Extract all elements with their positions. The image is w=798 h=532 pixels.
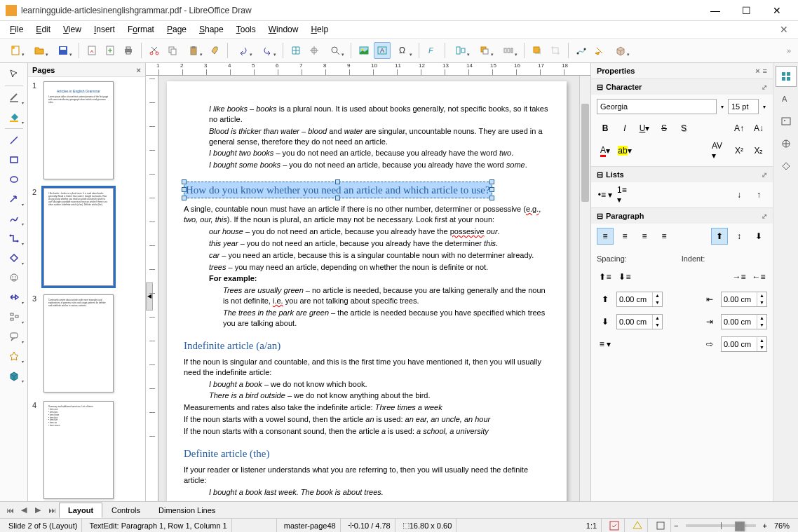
valign-top-button[interactable]: ⬆ (711, 228, 728, 245)
pages-list[interactable]: 1Articles in English GrammarLorem ipsum … (28, 77, 145, 501)
doc-text[interactable]: I bought a book last week. The book is a… (209, 488, 384, 496)
tab-dimension[interactable]: Dimension Lines (149, 503, 224, 518)
tab-prev-button[interactable]: ◀ (17, 503, 31, 517)
menu-edit[interactable]: Edit (30, 22, 56, 36)
doc-text[interactable]: some (506, 161, 525, 169)
redo-button[interactable] (256, 42, 278, 59)
doc-text[interactable]: Blood is thicker than water – blood (209, 127, 327, 135)
status-scale[interactable]: 1:1 (582, 519, 602, 532)
textbox-button[interactable]: A (374, 42, 391, 59)
line-tool[interactable] (4, 132, 25, 149)
line-spacing-button[interactable]: ≡ ▾ (597, 336, 614, 353)
doc-text[interactable]: two (499, 149, 511, 157)
page-thumb-3[interactable]: Continued content about articles with mo… (43, 294, 114, 393)
doc-text[interactable]: (You have just mentioned the book, so yo… (184, 499, 550, 501)
zoom-button[interactable] (324, 42, 346, 59)
scrollbar-thumb[interactable] (581, 104, 589, 202)
char-spacing-button[interactable]: AV ▾ (711, 142, 728, 159)
doc-text[interactable]: . (525, 161, 527, 169)
ellipse-tool[interactable] (4, 171, 25, 188)
subscript-button[interactable]: X₂ (750, 142, 767, 159)
doc-text[interactable]: two, our, this (184, 215, 227, 224)
menu-shape[interactable]: Shape (194, 22, 229, 36)
styles-tab[interactable]: A (776, 88, 797, 109)
italic-button[interactable]: I (616, 120, 633, 137)
doc-text[interactable]: – we do not know which book. (262, 380, 367, 388)
save-button[interactable] (52, 42, 74, 59)
heading-indefinite[interactable]: Indefinite article (a/an) (184, 339, 550, 353)
paste-button[interactable] (182, 42, 205, 59)
doc-text[interactable]: water (344, 127, 363, 135)
shadow-text-button[interactable]: S (675, 120, 692, 137)
tab-first-button[interactable]: ⏮ (3, 503, 17, 517)
doc-text[interactable]: If the noun is singular and countable, a… (184, 357, 550, 378)
tab-controls[interactable]: Controls (102, 503, 149, 518)
doc-text[interactable]: e.g. (526, 205, 539, 213)
export-pdf-button[interactable] (83, 42, 100, 59)
menu-help[interactable]: Help (305, 22, 334, 36)
3d-tool[interactable] (4, 367, 25, 384)
status-slide[interactable]: Slide 2 of 5 (Layout) (4, 519, 82, 532)
document-close-button[interactable]: ✕ (774, 24, 794, 35)
move-down-button[interactable]: ↓ (731, 186, 748, 203)
font-name-input[interactable] (597, 99, 717, 114)
gallery-tab[interactable] (776, 111, 797, 132)
expand-icon[interactable]: ⤢ (762, 171, 767, 179)
menu-page[interactable]: Page (161, 22, 192, 36)
spacing-above-input[interactable]: ▲▼ (616, 292, 663, 307)
menu-tools[interactable]: Tools (231, 22, 262, 36)
status-master[interactable]: master-page48 (280, 519, 341, 532)
status-sig-icon[interactable] (628, 519, 648, 532)
page-canvas[interactable]: I like books – books is a plural noun. I… (158, 76, 590, 501)
select-tool[interactable] (4, 66, 25, 83)
gluepoints-button[interactable] (591, 42, 608, 59)
doc-text[interactable]: For example: (209, 274, 257, 282)
doc-text[interactable]: – you do not need an article, because yo… (243, 227, 450, 236)
navigator-tab[interactable] (776, 133, 797, 154)
copy-button[interactable] (164, 42, 181, 59)
doc-text[interactable]: you are not talking about specific trees… (283, 296, 419, 305)
align-right-button[interactable]: ≡ (636, 228, 653, 245)
doc-text[interactable]: – you do not need an article, because yo… (280, 161, 506, 169)
doc-text[interactable]: If the noun starts with a vowel sound, t… (184, 415, 365, 423)
indent-before-input[interactable]: ▲▼ (721, 292, 767, 307)
increase-font-button[interactable]: A↑ (731, 120, 748, 137)
vertical-scrollbar[interactable] (579, 76, 590, 501)
doc-text[interactable]: . (511, 149, 513, 157)
line-color-tool[interactable] (4, 89, 25, 106)
selected-textbox[interactable]: How do you know whether you need an arti… (184, 182, 492, 198)
tab-layout[interactable]: Layout (59, 503, 102, 518)
indent-after-input[interactable]: ▲▼ (721, 314, 767, 329)
dec-indent-button[interactable]: ←≡ (750, 268, 767, 285)
rectangle-tool[interactable] (4, 151, 25, 168)
pages-close-icon[interactable]: × (137, 66, 141, 74)
shapes-tab[interactable] (776, 156, 797, 177)
doc-text[interactable]: If your reader or listener understands w… (184, 465, 550, 486)
strikethrough-button[interactable]: S (656, 120, 672, 137)
arrow-tool[interactable] (4, 191, 25, 207)
expand-icon[interactable]: ⤢ (762, 212, 767, 220)
menu-insert[interactable]: Insert (88, 22, 121, 36)
maximize-button[interactable]: ☐ (731, 1, 762, 20)
curve-tool[interactable] (4, 210, 25, 227)
font-color-button[interactable]: A ▾ (597, 142, 614, 159)
export-button[interactable] (102, 42, 119, 59)
minimize-button[interactable]: — (700, 1, 731, 20)
number-list-button[interactable]: 1≡ ▾ (616, 186, 633, 203)
sidebar-menu-icon[interactable]: ≡ (763, 67, 767, 75)
image-button[interactable] (356, 42, 372, 59)
doc-text[interactable]: I bought a book (209, 380, 262, 388)
doc-text[interactable]: I like books – books (209, 104, 277, 113)
align-justify-button[interactable]: ≡ (656, 228, 672, 245)
crop-button[interactable] (547, 42, 564, 59)
shadow-button[interactable] (529, 42, 546, 59)
flowchart-tool[interactable] (4, 308, 25, 325)
star-tool[interactable] (4, 348, 25, 364)
arrange-button[interactable] (473, 42, 496, 59)
paragraph-section-header[interactable]: ⊟Paragraph⤢ (591, 208, 773, 224)
underline-button[interactable]: U ▾ (636, 120, 653, 137)
properties-tab[interactable] (776, 66, 797, 87)
doc-text[interactable]: possesive (450, 227, 485, 236)
doc-text[interactable]: If the noun starts with a consonant soun… (184, 427, 381, 435)
doc-text[interactable]: our house (209, 227, 243, 236)
